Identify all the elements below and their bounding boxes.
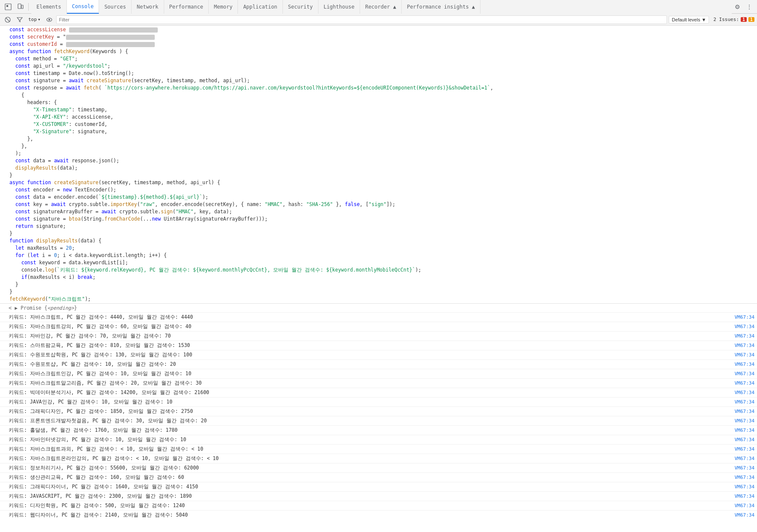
code-line-14: "X-CUSTOMER": customerId, — [9, 121, 108, 128]
tab-memory[interactable]: Memory — [209, 0, 238, 14]
output-text-11: 키워드: 프론트엔드개발자첫걸음, PC 월간 검색수: 30, 모바일 월간 … — [9, 417, 726, 424]
issues-yellow-badge: 1 — [748, 17, 754, 22]
tab-performance[interactable]: Performance — [164, 0, 209, 14]
output-text-5: 키워드: 수원포토샵, PC 월간 검색수: 10, 모바일 월간 검색수: 2… — [9, 360, 726, 368]
output-text-20: 키워드: 디자인학원, PC 월간 검색수: 500, 모바일 월간 검색수: … — [9, 502, 726, 509]
vm-link-2[interactable]: VM67:34 — [726, 332, 754, 340]
tab-bar: ElementsConsoleSourcesNetworkPerformance… — [31, 0, 732, 14]
code-line-37: } — [9, 288, 12, 296]
vm-link-11[interactable]: VM67:34 — [726, 417, 754, 425]
settings-button[interactable]: ⚙ — [733, 2, 742, 12]
more-button[interactable]: ⋮ — [744, 2, 754, 12]
output-row-12: 키워드: 홀달샘, PC 월간 검색수: 1760, 모바일 월간 검색수: 1… — [0, 426, 757, 435]
console-toolbar: top ▾ Default levels ▼ 2 Issues: 1 1 — [0, 14, 757, 26]
vm-link-7[interactable]: VM67:34 — [726, 380, 754, 387]
output-text-13: 키워드: 자바인터넷강의, PC 월간 검색수: 10, 모바일 월간 검색수:… — [9, 436, 726, 443]
output-text-10: 키워드: 그래픽디자인, PC 월간 검색수: 1850, 모바일 월간 검색수… — [9, 407, 726, 415]
code-line-34: console.log(`키워드: ${keyword.relKeyword},… — [9, 266, 421, 274]
output-text-7: 키워드: 자바스크립트알고리즘, PC 월간 검색수: 20, 모바일 월간 검… — [9, 379, 726, 387]
code-line-30: function displayResults(data) { — [9, 237, 102, 245]
context-label: top — [28, 17, 37, 22]
output-row-5: 키워드: 수원포토샵, PC 월간 검색수: 10, 모바일 월간 검색수: 2… — [0, 360, 757, 369]
svg-rect-1 — [18, 4, 21, 9]
vm-link-1[interactable]: VM67:34 — [726, 323, 754, 331]
vm-link-20[interactable]: VM67:34 — [726, 502, 754, 510]
vm-link-6[interactable]: VM67:34 — [726, 370, 754, 378]
vm-link-13[interactable]: VM67:34 — [726, 436, 754, 444]
issues-badge[interactable]: 2 Issues: 1 1 — [713, 17, 754, 22]
tab-network[interactable]: Network — [132, 0, 164, 14]
vm-link-12[interactable]: VM67:34 — [726, 427, 754, 434]
code-line-7: const timestamp = Date.now().toString(); — [9, 70, 134, 77]
tab-security[interactable]: Security — [283, 0, 318, 14]
svg-point-6 — [48, 19, 50, 21]
code-line-23: const encoder = new TextEncoder(); — [9, 186, 116, 194]
output-row-21: 키워드: 웹디자이너, PC 월간 검색수: 2140, 모바일 월간 검색수:… — [0, 511, 757, 518]
output-text-8: 키워드: 빅데이터분석기사, PC 월간 검색수: 14200, 모바일 월간 … — [9, 389, 726, 396]
code-line-10: { — [9, 92, 24, 99]
output-text-12: 키워드: 홀달샘, PC 월간 검색수: 1760, 모바일 월간 검색수: 1… — [9, 426, 726, 434]
vm-link-16[interactable]: VM67:34 — [726, 464, 754, 472]
code-line-25: const key = await crypto.subtle.importKe… — [9, 201, 395, 208]
vm-link-9[interactable]: VM67:34 — [726, 398, 754, 406]
svg-line-4 — [6, 18, 10, 21]
output-text-1: 키워드: 자바스크립트강의, PC 월간 검색수: 60, 모바일 월간 검색수… — [9, 323, 726, 330]
issues-red-badge: 1 — [741, 17, 747, 22]
output-text-14: 키워드: 자바스크립트과외, PC 월간 검색수: < 10, 모바일 월간 검… — [9, 445, 726, 453]
output-row-20: 키워드: 디자인학원, PC 월간 검색수: 500, 모바일 월간 검색수: … — [0, 501, 757, 511]
toolbar-divider-1 — [28, 3, 29, 11]
vm-link-8[interactable]: VM67:34 — [726, 389, 754, 397]
inspect-element-button[interactable] — [3, 2, 14, 12]
tab-sources[interactable]: Sources — [99, 0, 132, 14]
code-line-3: const customerId = — [9, 41, 155, 48]
code-line-5: const method = "GET"; — [9, 55, 78, 63]
vm-link-21[interactable]: VM67:34 — [726, 511, 754, 518]
code-line-24: const data = encoder.encode(`${timestamp… — [9, 194, 208, 201]
code-line-15: "X-Signature": signature, — [9, 128, 108, 135]
code-line-6: const api_url = "/keywordstool"; — [9, 63, 110, 70]
filter-input[interactable] — [56, 15, 667, 24]
tab-application[interactable]: Application — [238, 0, 282, 14]
tab-performance-insights--[interactable]: Performance insights ▲ — [402, 0, 481, 14]
default-levels-button[interactable]: Default levels ▼ — [669, 16, 709, 24]
vm-link-3[interactable]: VM67:34 — [726, 342, 754, 350]
vm-link-0[interactable]: VM67:34 — [726, 314, 754, 321]
code-line-20: displayResults(data); — [9, 164, 78, 172]
tab-recorder--[interactable]: Recorder ▲ — [360, 0, 402, 14]
redacted-3 — [66, 42, 155, 47]
code-block: const accessLicense const secretKey = " … — [0, 26, 757, 304]
output-text-15: 키워드: 자바스크립트온라인강의, PC 월간 검색수: < 10, 모바일 월… — [9, 454, 726, 462]
output-row-2: 키워드: 자바인강, PC 월간 검색수: 70, 모바일 월간 검색수: 70… — [0, 332, 757, 341]
tab-console[interactable]: Console — [67, 0, 99, 14]
vm-link-14[interactable]: VM67:34 — [726, 445, 754, 453]
vm-link-17[interactable]: VM67:34 — [726, 474, 754, 481]
code-line-17: }, — [9, 143, 27, 150]
context-selector[interactable]: top ▾ — [27, 16, 42, 23]
device-toggle-button[interactable] — [15, 2, 26, 12]
redacted-2 — [66, 35, 155, 40]
clear-console-button[interactable] — [3, 16, 13, 24]
vm-link-10[interactable]: VM67:34 — [726, 408, 754, 415]
svg-rect-2 — [21, 5, 23, 9]
output-row-19: 키워드: JAVASCRIPT, PC 월간 검색수: 2300, 모바일 월간… — [0, 492, 757, 501]
filter-icon-button[interactable] — [15, 16, 25, 24]
vm-link-18[interactable]: VM67:34 — [726, 483, 754, 491]
code-line-18: ); — [9, 150, 21, 157]
output-text-3: 키워드: 스마트팜교육, PC 월간 검색수: 810, 모바일 월간 검색수:… — [9, 341, 726, 349]
code-line-2: const secretKey = " — [9, 33, 155, 41]
vm-link-5[interactable]: VM67:34 — [726, 361, 754, 368]
vm-link-19[interactable]: VM67:34 — [726, 493, 754, 500]
output-text-17: 키워드: 생산관리교육, PC 월간 검색수: 160, 모바일 월간 검색수:… — [9, 473, 726, 481]
output-text-6: 키워드: 자바스크립트인강, PC 월간 검색수: 10, 모바일 월간 검색수… — [9, 370, 726, 377]
vm-link-4[interactable]: VM67:34 — [726, 351, 754, 359]
tab-elements[interactable]: Elements — [31, 0, 67, 14]
tab-lighthouse[interactable]: Lighthouse — [318, 0, 360, 14]
expand-arrow[interactable]: ▶ — [15, 304, 18, 312]
output-text-9: 키워드: JAVA인강, PC 월간 검색수: 10, 모바일 월간 검색수: … — [9, 398, 726, 406]
code-line-9: const response = await fetch( `https://c… — [9, 84, 493, 92]
promise-pending-line: < ▶ Promise {<pending>} — [0, 304, 757, 313]
output-rows-container: 키워드: 자바스크립트, PC 월간 검색수: 4440, 모바일 월간 검색수… — [0, 313, 757, 518]
vm-link-15[interactable]: VM67:34 — [726, 455, 754, 463]
eye-icon-button[interactable] — [44, 16, 54, 24]
output-row-10: 키워드: 그래픽디자인, PC 월간 검색수: 1850, 모바일 월간 검색수… — [0, 407, 757, 416]
